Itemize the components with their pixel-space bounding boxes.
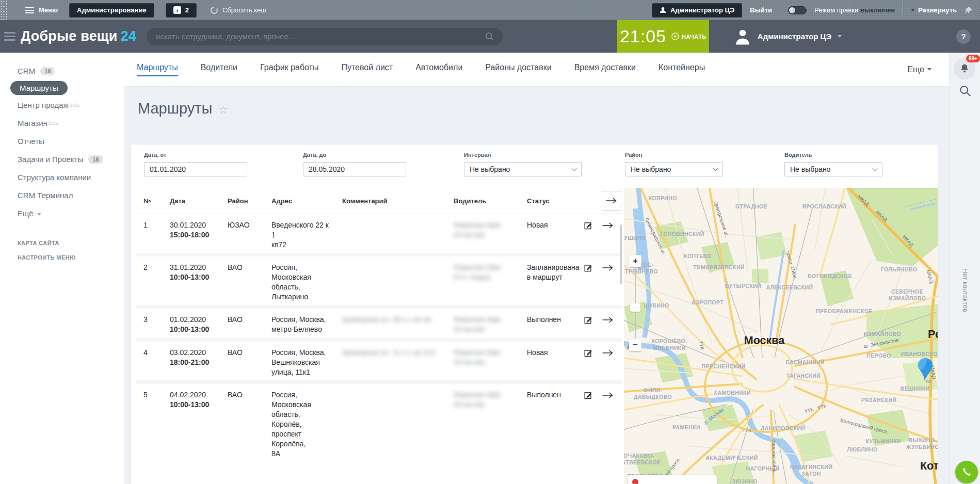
sidebar-item[interactable]: Магазинbeta [0, 114, 124, 132]
phone-icon [961, 466, 972, 478]
table-row[interactable]: 231.01.202010:00-13:00ВАОРоссия, Московс… [136, 253, 622, 305]
tabs-more-button[interactable]: Еще [907, 65, 931, 74]
date-value: 30.01.2020 [170, 220, 217, 230]
drag-handle-icon[interactable] [0, 0, 8, 20]
map-label: ЯРОСЛАВСКИЙ [802, 203, 846, 209]
admin-user-button[interactable]: Администратор ЦЭ [652, 3, 742, 18]
filter-select[interactable]: Не выбрано [625, 162, 723, 176]
search-input[interactable] [147, 28, 503, 45]
edit-icon[interactable] [584, 263, 593, 272]
divider [953, 102, 977, 102]
header-user-menu[interactable]: Администратор ЦЭ [734, 28, 842, 45]
sidebar-item-badge: 18 [88, 155, 103, 164]
filter-select[interactable]: Не выбрано [784, 162, 882, 176]
sidebar-footer-link[interactable]: НАСТРОИТЬ МЕНЮ [0, 250, 124, 265]
filter-select[interactable]: Не выбрано [464, 162, 582, 176]
filter-label: Интервал [464, 152, 625, 158]
row-district: ВАО [220, 309, 264, 338]
map-label: АЛЕКСЕЕВСКИЙ [766, 284, 813, 291]
edit-icon[interactable] [584, 221, 593, 230]
logout-button[interactable]: Выйти [750, 6, 772, 14]
tab-Автомобили[interactable]: Автомобили [415, 63, 462, 76]
expand-label: Развернуть [918, 6, 957, 14]
tab-Водители[interactable]: Водители [201, 63, 237, 76]
sidebar-item[interactable]: CRM18 [0, 62, 124, 80]
tab-Путевой лист[interactable]: Путевой лист [341, 63, 393, 76]
timer-start-button[interactable]: НАЧАТЬ [671, 33, 706, 40]
main-area: МаршрутыВодителиГрафик работыПутевой лис… [124, 53, 949, 484]
open-route-arrow-icon[interactable] [602, 391, 614, 400]
sidebar-hamburger-icon[interactable] [4, 30, 15, 43]
row-status: Выполнен [519, 384, 577, 484]
admin-menu-button[interactable]: Меню [39, 6, 58, 14]
sidebar-footer-link[interactable]: КАРТА САЙТА [0, 236, 124, 250]
tab-Маршруты[interactable]: Маршруты [137, 63, 178, 76]
sidebar-item[interactable]: Центр продажbeta [0, 96, 124, 114]
open-route-arrow-icon[interactable] [602, 263, 614, 272]
filter-date-input[interactable] [303, 162, 406, 176]
toggle-knob [789, 7, 795, 13]
filter-date-input[interactable] [144, 162, 247, 176]
open-route-arrow-icon[interactable] [602, 315, 614, 325]
sidebar-item[interactable]: Структура компании [0, 168, 124, 186]
sidebar-item[interactable]: CRM Терминал [0, 186, 124, 204]
map-zoom-out-button[interactable]: − [629, 339, 641, 351]
edit-icon[interactable] [584, 391, 593, 400]
map-zoom-in-button[interactable]: + [629, 255, 641, 267]
app-logo[interactable]: Добрые вещи24 [21, 28, 136, 44]
table-row[interactable]: 403.02.202018:00-21:00ВАОРоссия, Москва,… [136, 338, 622, 380]
delivery-map[interactable]: ХОВРИНООТРАДНОЕЯРОСЛАВСКИЙГОЛОВИНСКИЙКОП… [624, 188, 938, 484]
expand-button[interactable]: Развернуть [911, 6, 957, 14]
admin-notifications-button[interactable]: i 2 [166, 3, 197, 18]
column-header: Водитель [446, 188, 519, 214]
work-timer-button[interactable]: 21:05 НАЧАТЬ [617, 20, 709, 53]
row-driver: Фамилия Имя Отч. (парк) [446, 256, 519, 305]
sidebar-item-label: Магазин [18, 119, 47, 127]
edit-icon[interactable] [584, 315, 593, 325]
chevron-down-icon [873, 166, 878, 171]
tab-Районы доставки[interactable]: Районы доставки [485, 63, 551, 76]
admin-topbar: Меню Администрирование i 2 Сбросить кеш … [0, 0, 980, 20]
sidebar-item[interactable]: Ещё [0, 204, 124, 222]
open-route-arrow-icon[interactable] [602, 221, 614, 230]
map-popup[interactable] [628, 475, 717, 484]
map-label: ОТРАДНОЕ [735, 203, 767, 209]
map-zoom-runner[interactable]: ···· [630, 303, 640, 312]
clear-cache-button[interactable]: Сбросить кеш [210, 6, 266, 14]
menu-hamburger-icon[interactable] [25, 7, 34, 13]
tab-Контейнеры[interactable]: Контейнеры [658, 63, 705, 76]
sidebar-item[interactable]: Задачи и Проекты18 [0, 150, 124, 168]
map-label: ЖУЛЕБИНО [906, 444, 938, 450]
tab-Время доставки[interactable]: Время доставки [574, 63, 636, 76]
row-comment [334, 256, 446, 305]
table-row[interactable]: 301.02.202010:00-13:00ВАОРоссия, Москва,… [136, 305, 622, 338]
help-button[interactable]: ? [956, 29, 971, 44]
table-expand-arrow-button[interactable] [602, 191, 621, 211]
edit-mode-toggle[interactable] [788, 6, 807, 14]
row-actions [577, 342, 622, 380]
edit-icon[interactable] [584, 348, 593, 358]
favorite-star-icon[interactable]: ☆ [218, 104, 228, 116]
telephony-button[interactable] [955, 461, 978, 483]
pin-icon[interactable] [965, 6, 973, 14]
table-row[interactable]: 504.02.202010:00-13:00ВАОРоссия, Московс… [136, 380, 622, 484]
title-row: Маршруты ☆ [138, 100, 949, 117]
rail-search-icon[interactable] [959, 85, 971, 97]
administration-label: Администрирование [77, 6, 147, 14]
map-label: ИВАНОВСКОЕ [901, 351, 938, 357]
table-scrollbar[interactable] [620, 224, 622, 284]
administration-button[interactable]: Администрирование [69, 3, 154, 18]
tab-График работы[interactable]: График работы [260, 63, 318, 76]
row-district: ВАО [220, 384, 264, 484]
admin-notifications-count: 2 [185, 6, 189, 14]
sidebar-item[interactable]: Отчеты [0, 132, 124, 150]
table-row[interactable]: 130.01.202015:00-18:00ЮЗАОВведенского 22… [136, 214, 622, 253]
map-label: МАТВЕЕВСКОЕ [624, 459, 661, 465]
sidebar-item[interactable]: Маршруты [10, 81, 68, 95]
open-route-arrow-icon[interactable] [602, 348, 614, 358]
sidebar-item-label: Маршруты [20, 84, 58, 92]
map-label: РЯЗАНСКИЙ [861, 397, 897, 403]
filter-field: ИнтервалНе выбрано [464, 152, 625, 176]
logo-text: Добрые вещи [21, 28, 118, 44]
map-label: ХОРОШЁВО- [651, 338, 687, 344]
